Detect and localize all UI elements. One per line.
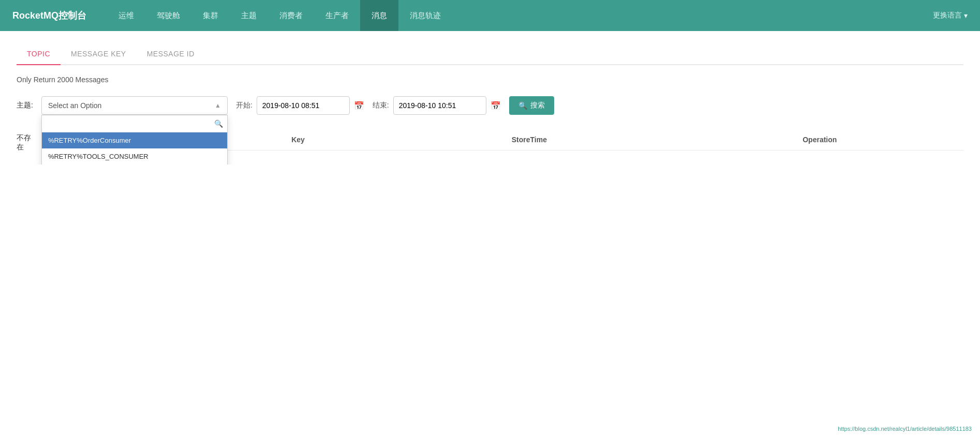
navbar-lang-label: 更换语言	[933, 11, 962, 20]
not-exist-label: 不存在	[17, 133, 38, 152]
navbar-item-yunwei[interactable]: 运维	[107, 0, 145, 31]
topic-label: 主题:	[17, 101, 33, 110]
page-content: TOPIC MESSAGE KEY MESSAGE ID Only Return…	[0, 31, 980, 164]
search-icon: 🔍	[214, 119, 223, 128]
navbar-brand: RocketMQ控制台	[12, 9, 86, 22]
select-trigger[interactable]: Select an Option ▲	[41, 96, 228, 115]
search-button[interactable]: 🔍 搜索	[509, 96, 554, 115]
select-value: Select an Option	[48, 101, 102, 110]
start-date-input[interactable]	[257, 96, 350, 115]
start-date-group: 开始: 📅	[236, 96, 364, 115]
navbar-item-xiaofeizhei[interactable]: 消费者	[268, 0, 314, 31]
navbar-item-jiqun[interactable]: 集群	[191, 0, 230, 31]
col-storetime: StoreTime	[382, 129, 676, 151]
calendar-icon-start[interactable]: 📅	[354, 101, 364, 111]
col-key: Key	[214, 129, 383, 151]
chevron-up-icon: ▲	[215, 102, 221, 109]
form-row: 主题: Select an Option ▲ 🔍 %RETRY%OrderCon…	[17, 96, 963, 115]
navbar-lang[interactable]: 更换语言 ▾	[931, 11, 968, 20]
dropdown-search-input[interactable]	[46, 118, 214, 129]
navbar-menu: 运维 驾驶舱 集群 主题 消费者 生产者 消息 消息轨迹	[107, 0, 931, 31]
col-operation: Operation	[676, 129, 963, 151]
dropdown-search-container: 🔍	[42, 115, 227, 132]
start-label: 开始:	[236, 101, 253, 110]
tabs: TOPIC MESSAGE KEY MESSAGE ID	[17, 43, 963, 65]
navbar-item-jiashicang[interactable]: 驾驶舱	[145, 0, 191, 31]
end-label: 结束:	[373, 101, 389, 110]
tab-message-key[interactable]: MESSAGE KEY	[61, 43, 137, 65]
dropdown-item[interactable]: %RETRY%TOOLS_CONSUMER	[42, 148, 227, 164]
end-date-input[interactable]	[393, 96, 486, 115]
search-icon-btn: 🔍	[518, 101, 527, 110]
navbar-item-zhuti[interactable]: 主题	[230, 0, 268, 31]
end-date-group: 结束: 📅	[373, 96, 501, 115]
search-btn-label: 搜索	[530, 101, 545, 110]
navbar-item-shengchanzhe[interactable]: 生产者	[314, 0, 360, 31]
calendar-icon-end[interactable]: 📅	[491, 101, 501, 111]
navbar: RocketMQ控制台 运维 驾驶舱 集群 主题 消费者 生产者 消息 消息轨迹…	[0, 0, 980, 31]
tab-topic[interactable]: TOPIC	[17, 43, 61, 65]
navbar-item-xiaoxiao[interactable]: 消息	[360, 0, 398, 31]
tab-message-id[interactable]: MESSAGE ID	[137, 43, 205, 65]
chevron-down-icon: ▾	[964, 11, 968, 20]
info-text: Only Return 2000 Messages	[17, 76, 963, 84]
dropdown: 🔍 %RETRY%OrderConsumer%RETRY%TOOLS_CONSU…	[41, 115, 228, 164]
select-wrapper: Select an Option ▲ 🔍 %RETRY%OrderConsume…	[41, 96, 228, 115]
navbar-item-xiaoxiao-guiji[interactable]: 消息轨迹	[398, 0, 452, 31]
dropdown-list: %RETRY%OrderConsumer%RETRY%TOOLS_CONSUME…	[42, 132, 227, 164]
dropdown-item[interactable]: %RETRY%OrderConsumer	[42, 132, 227, 148]
